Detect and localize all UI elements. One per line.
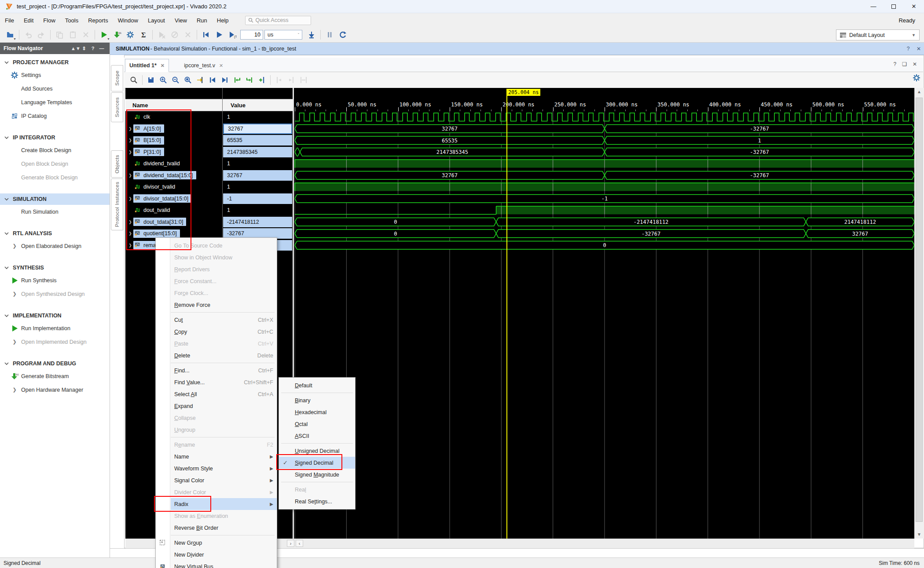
context-menu-item-select-all[interactable]: Select AllCtrl+A: [171, 388, 277, 400]
flownav-item-ip-catalog[interactable]: IP Catalog: [0, 109, 110, 123]
next-transition-icon[interactable]: [243, 74, 256, 86]
signal-name-row-divisor-tdata-15-0-[interactable]: ❯divisor_tdata[15:0]: [125, 193, 222, 204]
side-tab-protocol-instances[interactable]: Protocol Instances: [111, 178, 123, 230]
go-to-start-icon[interactable]: [206, 74, 219, 86]
menu-flow[interactable]: Flow: [38, 17, 60, 24]
help-icon[interactable]: ?: [88, 46, 97, 51]
save-waveform-icon[interactable]: [145, 74, 157, 86]
expand-chevron-icon[interactable]: ❯: [127, 138, 133, 142]
splitter-right-icon[interactable]: ›: [287, 540, 294, 547]
tab-close-icon[interactable]: ✕: [161, 63, 165, 69]
context-menu-item-radix[interactable]: Radix▶: [171, 498, 277, 510]
radix-option-signed-magnitude[interactable]: Signed Magnitude: [279, 469, 355, 481]
context-menu-item-find-value[interactable]: Find Value...Ctrl+Shift+F: [171, 376, 277, 388]
flownav-item-add-sources[interactable]: Add Sources: [0, 82, 110, 95]
previous-transition-icon[interactable]: [231, 74, 243, 86]
flownav-item-create-block-design[interactable]: Create Block Design: [0, 143, 110, 157]
flownav-item-language-templates[interactable]: Language Templates: [0, 95, 110, 109]
context-menu-item-new-gr-oup[interactable]: New Group: [171, 537, 277, 549]
menu-run[interactable]: Run: [192, 17, 212, 24]
relaunch-icon[interactable]: [336, 29, 349, 41]
expand-chevron-icon[interactable]: ❯: [127, 173, 133, 178]
flownav-item-run-simulation[interactable]: Run Simulation: [0, 205, 110, 218]
vertical-scrollbar-thumb[interactable]: [916, 98, 923, 522]
flownav-item-open-hardware-manager[interactable]: ❯Open Hardware Manager: [0, 383, 110, 397]
signal-name-row-dout-tvalid[interactable]: dout_tvalid: [125, 204, 222, 216]
expand-chevron-icon[interactable]: ❯: [127, 231, 133, 236]
wave-help-icon[interactable]: ?: [893, 61, 896, 67]
time-unit-select[interactable]: usˇ: [264, 30, 302, 40]
signal-name-row-b-15-0-[interactable]: ❯B[15:0]: [125, 135, 222, 146]
scroll-up-icon[interactable]: ▲: [914, 88, 924, 96]
signal-value-cell-dout-tvalid[interactable]: 1: [223, 205, 292, 215]
signal-name-row-clk[interactable]: clk: [125, 111, 222, 123]
expand-chevron-icon[interactable]: ❯: [127, 220, 133, 224]
wave-close-icon[interactable]: ✕: [913, 61, 917, 67]
value-column-header[interactable]: Value: [223, 99, 293, 111]
context-menu-item-new-d-ivider[interactable]: New Divider: [171, 549, 277, 561]
expand-chevron-icon[interactable]: ❯: [127, 197, 133, 201]
context-menu-item-name[interactable]: Name▶: [171, 451, 277, 462]
context-menu-item-find[interactable]: Find...Ctrl+F: [171, 364, 277, 376]
wave-float-icon[interactable]: ❏: [902, 61, 907, 67]
radix-option-unsigned-decimal[interactable]: Unsigned Decimal: [279, 445, 355, 457]
radix-option-hexadecimal[interactable]: Hexadecimal: [279, 406, 355, 418]
side-tab-objects[interactable]: Objects: [111, 150, 123, 178]
expand-chevron-icon[interactable]: ❯: [127, 150, 133, 154]
restart-sim-icon[interactable]: [199, 29, 213, 41]
flownav-item-run-synthesis[interactable]: Run Synthesis: [0, 273, 110, 287]
flownav-item-generate-bitstream[interactable]: 01Generate Bitstream: [0, 369, 110, 383]
menu-layout[interactable]: Layout: [143, 17, 170, 24]
flownav-item-run-implementation[interactable]: Run Implementation: [0, 321, 110, 335]
radix-option-signed-decimal[interactable]: ✓Signed Decimal: [279, 457, 355, 469]
signal-name-row-dout-tdata-31-0-[interactable]: ❯dout_tdata[31:0]: [125, 216, 222, 228]
context-menu-item-cu-t[interactable]: CutCtrl+X: [171, 314, 277, 326]
signal-value-cell-divisor-tvalid[interactable]: 1: [223, 182, 292, 192]
context-menu-item-remove-force[interactable]: Remove Force: [171, 299, 277, 311]
wave-tab-untitled-1-[interactable]: Untitled 1*✕: [125, 59, 169, 72]
tab-close-icon[interactable]: ✕: [219, 63, 223, 69]
find-icon[interactable]: [128, 74, 140, 86]
signal-value-cell-divisor-tdata-15-0-[interactable]: -1: [223, 193, 292, 204]
scroll-down-icon[interactable]: ▼: [914, 531, 924, 539]
context-menu-item-waveform-style[interactable]: Waveform Style▶: [171, 462, 277, 474]
context-menu-item-expand[interactable]: Expand: [171, 400, 277, 412]
radix-option-real-se-ttings[interactable]: Real Settings...: [279, 495, 355, 507]
minimize-button[interactable]: —: [863, 0, 884, 13]
context-menu-item-copy[interactable]: CopyCtrl+C: [171, 326, 277, 338]
layout-selector[interactable]: Default Layout ▼: [836, 29, 920, 40]
flownav-section-program-and-debug[interactable]: PROGRAM AND DEBUG: [0, 358, 110, 369]
signal-value-cell-dividend-tdata-15-0-[interactable]: 32767: [223, 170, 292, 181]
radix-option-binary[interactable]: Binary: [279, 394, 355, 406]
zoom-in-icon[interactable]: [157, 74, 169, 86]
pause-icon[interactable]: [323, 29, 336, 41]
menu-view[interactable]: View: [170, 17, 192, 24]
menu-file[interactable]: File: [0, 17, 19, 24]
wave-tab-ipcore-test-v[interactable]: ipcore_test.v✕: [180, 59, 227, 72]
flownav-item-settings[interactable]: Settings: [0, 68, 110, 82]
run-time-input[interactable]: [240, 30, 263, 40]
time-cursor-label[interactable]: 205.004 ns: [506, 89, 540, 96]
flownav-section-simulation[interactable]: SIMULATION: [0, 193, 110, 205]
signal-value-cell-p-31-0-[interactable]: 2147385345: [223, 147, 292, 157]
radix-option-ascii[interactable]: ASCII: [279, 430, 355, 442]
flownav-section-project-manager[interactable]: PROJECT MANAGER: [0, 57, 110, 68]
context-menu-item-signal-color[interactable]: Signal Color▶: [171, 474, 277, 486]
radix-option-default[interactable]: Default: [279, 379, 355, 391]
menu-reports[interactable]: Reports: [83, 17, 113, 24]
run-all-icon[interactable]: [213, 29, 226, 41]
zoom-fit-icon[interactable]: [182, 74, 194, 86]
expand-chevron-icon[interactable]: ❯: [127, 127, 133, 131]
signal-name-row-divisor-tvalid[interactable]: divisor_tvalid: [125, 181, 222, 193]
side-tab-sources[interactable]: Sources: [111, 92, 123, 122]
settings-gear-icon[interactable]: [124, 29, 137, 41]
radix-option-octal[interactable]: Octal: [279, 418, 355, 430]
step-icon[interactable]: [305, 29, 318, 41]
quick-access-search[interactable]: Quick Access: [245, 16, 311, 25]
panel-help-icon[interactable]: ?: [903, 46, 913, 52]
menu-window[interactable]: Window: [113, 17, 143, 24]
signal-value-cell-b-15-0-[interactable]: 65535: [223, 135, 292, 146]
close-button[interactable]: ✕: [904, 0, 924, 13]
minimize-panel-icon[interactable]: —: [97, 46, 106, 51]
go-to-time-icon[interactable]: [194, 74, 206, 86]
